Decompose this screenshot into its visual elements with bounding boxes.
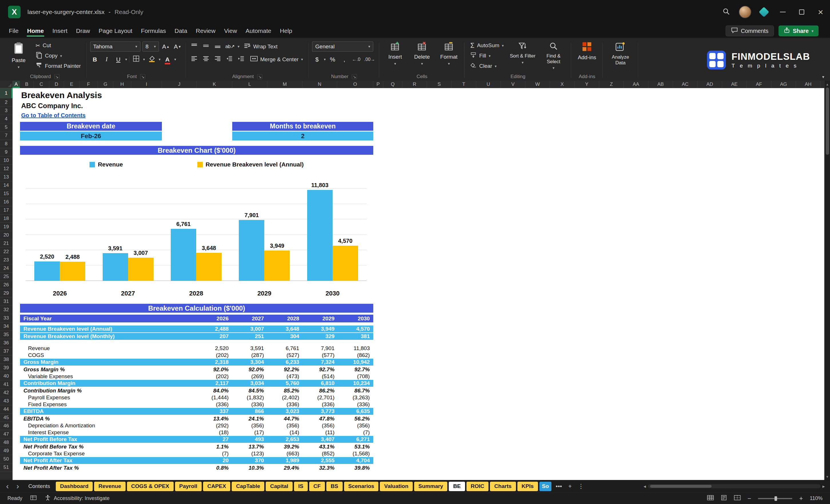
delete-cells-button[interactable]: Delete ▾ (410, 39, 434, 66)
cells-canvas[interactable]: Breakeven Analysis ABC Company Inc. Go t… (12, 88, 824, 480)
column-header-AH[interactable]: AH (796, 81, 821, 88)
column-header-S[interactable]: S (427, 81, 452, 88)
column-header-K[interactable]: K (197, 81, 232, 88)
tab-scroll-left-button[interactable]: ‹ (3, 482, 11, 490)
align-left-button[interactable] (189, 55, 199, 64)
font-name-select[interactable]: Tahoma▾ (90, 41, 140, 52)
horizontal-scroll-track[interactable] (648, 484, 821, 488)
sheet-tab-valuation[interactable]: Valuation (380, 482, 412, 491)
dialog-launcher-icon[interactable]: ↘ (140, 74, 145, 79)
row-header-17[interactable]: 17 (0, 206, 12, 215)
page-layout-view-button[interactable] (721, 495, 727, 502)
column-header-AC[interactable]: AC (673, 81, 698, 88)
menu-tab-insert[interactable]: Insert (48, 24, 72, 38)
fill-button[interactable]: Fill ▾ (468, 51, 506, 61)
sheet-tab-charts[interactable]: Charts (490, 482, 516, 491)
normal-view-button[interactable] (707, 495, 714, 502)
column-header-R[interactable]: R (403, 81, 427, 88)
row-header-45[interactable]: 45 (0, 414, 12, 422)
menu-tab-automate[interactable]: Automate (242, 24, 276, 38)
decrease-decimal-button[interactable]: .00→ (363, 55, 376, 64)
menu-tab-file[interactable]: File (5, 24, 23, 38)
row-header-3[interactable]: 3 (0, 107, 12, 115)
underline-button[interactable]: U (114, 55, 123, 64)
zoom-slider-thumb[interactable] (774, 496, 777, 501)
tab-scroll-right-button[interactable]: › (14, 482, 22, 490)
all-sheets-button[interactable]: ••• (554, 483, 564, 490)
borders-button[interactable] (131, 55, 141, 64)
close-button[interactable]: × (811, 0, 830, 24)
copy-button[interactable]: Copy ▾ (33, 51, 83, 61)
column-header-L[interactable]: L (232, 81, 267, 88)
row-header-19[interactable]: 19 (0, 223, 12, 231)
row-header-24[interactable]: 24 (0, 264, 12, 273)
accessibility-status[interactable]: Accessibility: Investigate (44, 495, 109, 502)
column-header-B[interactable]: B (20, 81, 34, 88)
paste-button[interactable]: Paste ▾ (6, 39, 31, 70)
column-header-O[interactable]: O (337, 81, 373, 88)
sheet-tab-capital[interactable]: Capital (266, 482, 292, 491)
sheet-tab-bs[interactable]: BS (326, 482, 342, 491)
column-header-AB[interactable]: AB (648, 81, 673, 88)
column-header-F[interactable]: F (79, 81, 98, 88)
row-header-51[interactable]: 51 (0, 463, 12, 472)
column-header-Y[interactable]: Y (575, 81, 599, 88)
column-header-P[interactable]: P (373, 81, 383, 88)
sheet-tab-captable[interactable]: CapTable (232, 482, 264, 491)
share-button[interactable]: Share ▾ (778, 26, 819, 36)
row-header-18[interactable]: 18 (0, 215, 12, 223)
menu-tab-home[interactable]: Home (23, 24, 48, 38)
vertical-scroll-thumb[interactable] (826, 88, 829, 155)
align-middle-button[interactable] (201, 42, 211, 52)
font-color-button[interactable]: A (162, 55, 172, 64)
row-header-21[interactable]: 21 (0, 240, 12, 248)
column-header-V[interactable]: V (501, 81, 525, 88)
row-header-40[interactable]: 40 (0, 372, 12, 380)
row-header-2[interactable]: 2 (0, 98, 12, 107)
row-header-38[interactable]: 38 (0, 355, 12, 364)
grow-font-button[interactable]: A▲ (161, 42, 171, 52)
row-header-34[interactable]: 34 (0, 322, 12, 330)
tab-options-kebab-icon[interactable]: ⋮ (576, 483, 586, 490)
page-break-view-button[interactable] (734, 495, 741, 502)
minimize-button[interactable] (773, 0, 792, 24)
comma-style-button[interactable]: , (340, 55, 349, 64)
scroll-up-icon[interactable]: ▴ (826, 81, 828, 88)
new-sheet-button[interactable]: + (566, 483, 574, 490)
row-header-26[interactable]: 26 (0, 281, 12, 289)
row-header-46[interactable]: 46 (0, 422, 12, 430)
find-select-button[interactable]: Find & Select ▾ (539, 39, 568, 71)
number-format-select[interactable]: General▾ (312, 41, 373, 52)
row-header-37[interactable]: 37 (0, 347, 12, 355)
row-header-50[interactable]: 50 (0, 455, 12, 463)
sheet-tab-cogs-opex[interactable]: COGS & OPEX (127, 482, 173, 491)
row-header-35[interactable]: 35 (0, 330, 12, 339)
row-header-43[interactable]: 43 (0, 397, 12, 405)
zoom-slider[interactable] (758, 498, 792, 499)
premium-button[interactable] (755, 0, 773, 24)
row-header-5[interactable]: 5 (0, 123, 12, 132)
merge-center-button[interactable]: Merge & Center ▾ (248, 55, 306, 64)
sheet-tab-is[interactable]: IS (294, 482, 308, 491)
column-header-E[interactable]: E (64, 81, 79, 88)
column-header-C[interactable]: C (34, 81, 49, 88)
zoom-in-button[interactable]: + (799, 495, 803, 502)
align-right-button[interactable] (213, 55, 223, 64)
row-header-29[interactable]: 29 (0, 289, 12, 297)
dialog-launcher-icon[interactable]: ↘ (352, 74, 357, 79)
decrease-indent-button[interactable] (225, 55, 234, 64)
row-header-12[interactable]: 12 (0, 165, 12, 173)
sheet-tab-be[interactable]: BE (449, 482, 465, 491)
horizontal-scrollbar[interactable]: ◂ ▸ (643, 483, 827, 490)
sheet-tab-dashboard[interactable]: Dashboard (56, 482, 93, 491)
row-header-23[interactable]: 23 (0, 256, 12, 264)
row-header-10[interactable]: 10 (0, 156, 12, 165)
dialog-launcher-icon[interactable]: ↘ (54, 74, 60, 79)
maximize-button[interactable] (792, 0, 811, 24)
row-header-7[interactable]: 7 (0, 132, 12, 140)
row-header-33[interactable]: 33 (0, 314, 12, 322)
menu-tab-formulas[interactable]: Formulas (137, 24, 170, 38)
column-header-D[interactable]: D (49, 81, 64, 88)
column-header-N[interactable]: N (302, 81, 337, 88)
sort-filter-button[interactable]: Sort & Filter ▾ (508, 39, 537, 65)
